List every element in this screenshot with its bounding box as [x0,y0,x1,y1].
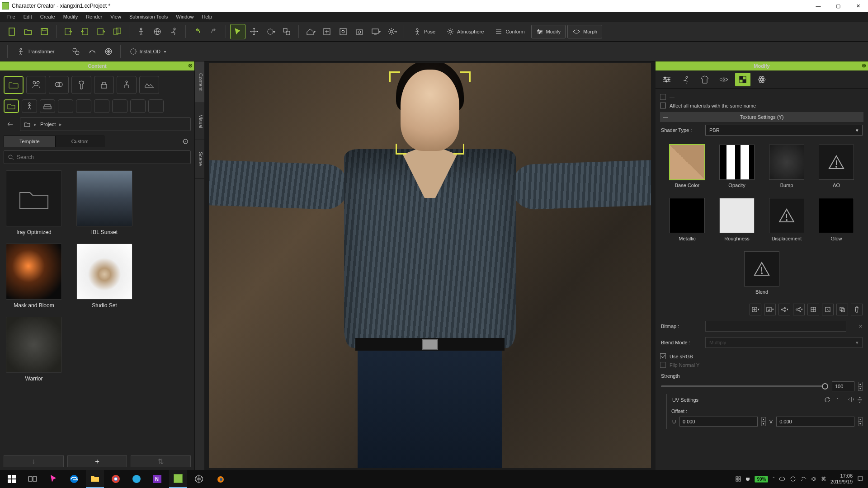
rotate-tool[interactable]: ▾ [263,24,278,39]
onenote-icon[interactable]: N [148,470,166,488]
tray-chevron-icon[interactable]: ˆ [773,476,774,482]
tex-delete-icon[interactable] [851,304,863,315]
sub-empty2[interactable] [76,99,91,113]
zoom-sel-button[interactable] [336,24,350,39]
menu-file[interactable]: File [4,13,19,21]
pose-button[interactable]: Pose [409,25,440,38]
back-icon[interactable] [4,117,17,131]
save-file-button[interactable] [37,24,52,39]
search-box[interactable] [4,150,191,164]
camera-button[interactable] [352,24,367,39]
charcreator-taskbar-icon[interactable] [169,470,187,488]
sub-figure-icon[interactable] [22,99,37,113]
tex-metallic[interactable] [670,198,705,233]
instalod-button[interactable]: InstaLOD▾ [125,45,170,58]
tex-blend[interactable] [744,251,779,286]
morph-button[interactable]: Morph [567,25,602,38]
uv-flip-v-icon[interactable] [857,397,863,403]
tex-share2-icon[interactable]: ▾ [793,304,805,315]
chk-affect-all[interactable]: Affect all materials with the same name [660,103,863,108]
tex-adjust-icon[interactable] [822,304,834,315]
content-close-icon[interactable]: ⊗ [188,62,193,69]
menu-submission[interactable]: Submission Tools [126,13,171,21]
tex-opacity[interactable] [719,145,755,180]
tex-copy-icon[interactable] [836,304,848,315]
tex-ao[interactable] [819,145,854,180]
mesh-icon[interactable] [101,44,116,59]
sub-empty4[interactable] [112,99,127,113]
search-input[interactable] [17,154,187,160]
edge-icon[interactable] [65,470,83,488]
batch-button[interactable] [110,24,124,39]
new-file-button[interactable] [5,24,19,39]
offset-u[interactable]: 0.000 [679,417,758,427]
taskbar-clock[interactable]: 17:06 2019/9/19 [830,473,853,485]
cat-folder-icon[interactable] [4,76,24,94]
app-blue-icon[interactable] [127,470,146,488]
uv-flip-h-icon[interactable] [848,397,854,403]
tray-ime-icon[interactable]: 英 [821,476,826,482]
tex-import-icon[interactable]: ▾ [750,304,761,315]
char-stand-icon[interactable] [134,24,148,39]
start-button[interactable] [3,470,21,488]
menu-edit[interactable]: Edit [20,13,36,21]
maximize-button[interactable]: ▢ [828,0,848,12]
redo-button[interactable] [207,24,221,39]
relink-icon[interactable] [69,44,83,59]
strength-down-icon[interactable]: ▾ [858,386,863,391]
strength-up-icon[interactable]: ▴ [858,382,863,386]
uv-rot-r-icon[interactable] [833,397,838,403]
sub-stage-icon[interactable] [40,99,55,113]
mtab-eye-icon[interactable] [716,73,731,86]
close-button[interactable]: ✕ [848,0,868,12]
cursor-app-icon[interactable] [44,470,62,488]
list-item[interactable]: Warrior [5,317,63,382]
tray-volume-icon[interactable] [811,476,817,482]
tex-displacement[interactable] [769,198,804,233]
mtab-physics-icon[interactable] [754,73,769,86]
open-file-button[interactable] [21,24,35,39]
sub-empty6[interactable] [148,99,164,113]
menu-render[interactable]: Render [82,13,106,21]
modify-close-icon[interactable]: ⊗ [862,62,866,69]
measure-icon[interactable] [85,44,99,59]
atmosphere-button[interactable]: Atmosphere [442,25,488,38]
sub-empty1[interactable] [58,99,73,113]
mtab-sliders-icon[interactable] [659,73,675,86]
mtab-texture-icon[interactable] [735,73,750,86]
foot-down-icon[interactable]: ↓ [4,455,64,467]
zoom-fit-button[interactable] [320,24,334,39]
undo-button[interactable] [190,24,205,39]
export-button[interactable] [61,24,75,39]
tex-bump[interactable] [769,145,804,180]
menu-view[interactable]: View [107,13,125,21]
chrome-icon[interactable] [107,470,125,488]
battery-badge[interactable]: 99% [755,476,768,483]
vtab-scene[interactable]: Scene [195,140,204,178]
tex-grid-icon[interactable] [807,304,819,315]
tex-basecolor[interactable] [670,145,705,180]
cat-cloth-icon[interactable] [71,76,91,94]
display-button[interactable]: ▾ [368,24,383,39]
foot-filter-icon[interactable]: ⇅ [131,455,191,467]
conform-button[interactable]: Conform [490,25,529,38]
move-tool[interactable] [247,24,261,39]
tray-plug-icon[interactable] [745,476,750,482]
vtab-visual[interactable]: Visual [195,103,204,141]
tex-export-icon[interactable]: ▾ [764,304,776,315]
v-up-icon[interactable]: ▴ [858,417,863,422]
char-globe-icon[interactable] [150,24,165,39]
unity-icon[interactable] [190,470,208,488]
transformer-button[interactable]: Transformer [12,45,59,58]
tex-roughness[interactable] [719,198,755,233]
sub-empty5[interactable] [130,99,146,113]
sub-empty3[interactable] [94,99,109,113]
minimize-button[interactable]: — [808,0,828,12]
sub-folder-icon[interactable] [4,99,19,113]
list-item[interactable]: Mask and Bloom [5,244,63,309]
texture-settings-header[interactable]: —Texture Settings (Y) [660,112,863,122]
viewport-3d[interactable] [209,63,651,468]
tray-wifi-icon[interactable] [801,476,807,482]
tray-grid-icon[interactable] [736,476,741,482]
cat-skin-icon[interactable] [49,76,69,94]
